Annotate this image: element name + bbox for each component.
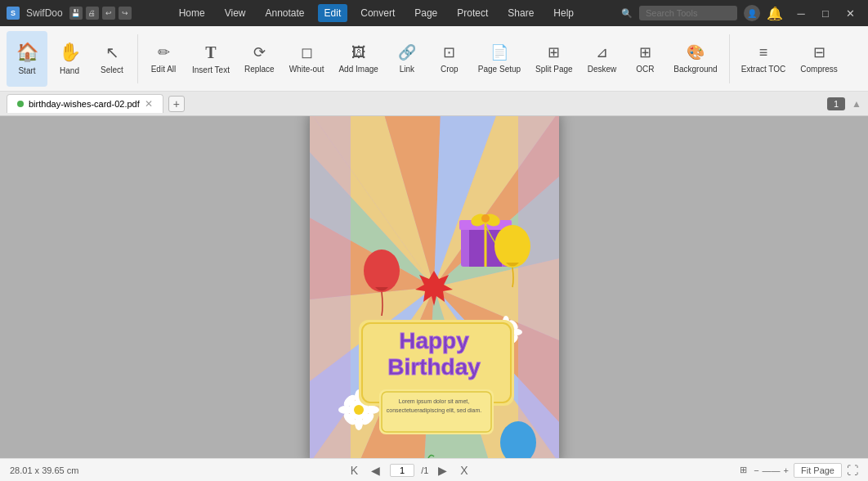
svg-point-42 [354, 405, 364, 415]
next-page-button[interactable]: ▶ [435, 464, 450, 477]
tool-split-page-label: Split Page [535, 65, 573, 74]
tool-insert-text-label: Insert Text [192, 65, 230, 74]
svg-point-29 [364, 249, 400, 292]
tool-compress[interactable]: ⊟ Compress [794, 31, 844, 87]
svg-point-27 [481, 214, 490, 223]
document-tab[interactable]: birthday-wishes-card-02.pdf ✕ [7, 94, 163, 113]
tab-status-dot [17, 101, 24, 107]
tool-deskew-label: Deskew [588, 65, 617, 74]
page-setup-icon: 📄 [490, 43, 508, 61]
background-icon: 🎨 [687, 43, 705, 61]
divider-1 [137, 34, 138, 83]
menu-edit[interactable]: Edit [318, 4, 348, 22]
add-image-icon: 🖼 [351, 44, 366, 61]
tool-link-label: Link [400, 65, 414, 74]
menu-protect[interactable]: Protect [450, 4, 494, 22]
tool-split-page[interactable]: ⊞ Split Page [529, 31, 579, 87]
last-page-button[interactable]: X [457, 464, 471, 477]
birthday-card-svg: Happy Birthday Lorem ipsum dolor sit ame… [310, 116, 559, 458]
tool-page-setup[interactable]: 📄 Page Setup [472, 31, 527, 87]
maximize-button[interactable]: □ [814, 5, 837, 21]
tab-right-controls: 1 ▲ [827, 97, 861, 110]
app-name: SwifDoo [26, 7, 63, 19]
menu-annotate[interactable]: Annotate [258, 4, 311, 22]
deskew-icon: ⊿ [596, 43, 608, 61]
tab-close-button[interactable]: ✕ [145, 98, 153, 110]
undo-icon[interactable]: ↩ [102, 7, 115, 20]
view-mode-icon[interactable]: ⊞ [740, 465, 747, 475]
redo-icon[interactable]: ↪ [119, 7, 132, 20]
menu-bar: Home View Annotate Edit Convert Page Pro… [132, 4, 621, 22]
tool-select[interactable]: ↖ Select [92, 31, 132, 87]
menu-help[interactable]: Help [547, 4, 580, 22]
tool-add-image[interactable]: 🖼 Add Image [332, 31, 384, 87]
tool-ocr[interactable]: ⊞ OCR [624, 31, 665, 87]
main-content: Happy Birthday Lorem ipsum dolor sit ame… [0, 116, 868, 458]
tool-hand-label: Hand [60, 66, 79, 75]
zoom-in-icon[interactable]: + [784, 465, 789, 475]
split-page-icon: ⊞ [548, 43, 560, 61]
tool-replace[interactable]: ⟳ Replace [238, 31, 281, 87]
menu-page[interactable]: Page [408, 4, 444, 22]
page-number-badge: 1 [827, 97, 845, 110]
prev-page-button[interactable]: ◀ [368, 464, 383, 477]
tool-crop[interactable]: ⊡ Crop [429, 31, 470, 87]
hand-icon: ✋ [59, 42, 81, 63]
compress-icon: ⊟ [813, 43, 825, 61]
svg-rect-20 [518, 116, 559, 458]
title-bar-quick-icons: 💾 🖨 ↩ ↪ [69, 7, 132, 20]
tool-page-setup-label: Page Setup [478, 65, 521, 74]
fit-page-button[interactable]: Fit Page [794, 463, 842, 478]
svg-point-46 [365, 406, 379, 414]
menu-view[interactable]: View [218, 4, 253, 22]
toolbar: 🏠 Start ✋ Hand ↖ Select ✏ Edit All T Ins… [0, 26, 868, 92]
new-tab-button[interactable]: + [168, 96, 185, 112]
menu-home[interactable]: Home [172, 4, 212, 22]
search-input[interactable] [639, 6, 737, 20]
print-icon[interactable]: 🖨 [86, 7, 99, 20]
menu-share[interactable]: Share [501, 4, 540, 22]
tool-white-out-label: White-out [289, 65, 324, 74]
white-out-icon: ◻ [301, 43, 313, 61]
tool-edit-all[interactable]: ✏ Edit All [143, 31, 184, 87]
svg-text:Happy: Happy [399, 328, 469, 353]
total-pages-label: /1 [421, 465, 428, 475]
svg-text:Birthday: Birthday [387, 354, 481, 380]
zoom-slider[interactable]: —— [763, 465, 781, 475]
svg-point-44 [355, 416, 363, 430]
user-avatar[interactable]: 👤 [744, 5, 760, 21]
tool-link[interactable]: 🔗 Link [387, 31, 427, 87]
save-icon[interactable]: 💾 [69, 7, 83, 20]
tool-deskew[interactable]: ⊿ Deskew [581, 31, 624, 87]
tool-extract-toc-label: Extract TOC [741, 65, 786, 74]
close-button[interactable]: ✕ [839, 5, 861, 21]
tool-hand[interactable]: ✋ Hand [49, 31, 90, 87]
app-logo: S [7, 7, 20, 20]
menu-convert[interactable]: Convert [354, 4, 401, 22]
tool-edit-all-label: Edit All [151, 65, 177, 74]
tool-replace-label: Replace [244, 65, 275, 74]
tool-extract-toc[interactable]: ≡ Extract TOC [735, 31, 793, 87]
svg-text:Lorem ipsum dolor sit amet,: Lorem ipsum dolor sit amet, [398, 398, 468, 405]
page-number-input[interactable] [390, 464, 414, 477]
tool-insert-text[interactable]: T Insert Text [186, 31, 236, 87]
link-icon: 🔗 [398, 43, 416, 61]
tool-background[interactable]: 🎨 Background [667, 31, 723, 87]
minimize-button[interactable]: ─ [790, 5, 812, 21]
tool-white-out[interactable]: ◻ White-out [283, 31, 331, 87]
title-bar: S SwifDoo 💾 🖨 ↩ ↪ Home View Annotate Edi… [0, 0, 868, 26]
start-icon: 🏠 [16, 42, 38, 63]
first-page-button[interactable]: K [347, 464, 361, 477]
tool-start[interactable]: 🏠 Start [7, 31, 47, 87]
tab-filename: birthday-wishes-card-02.pdf [29, 99, 140, 109]
fullscreen-icon[interactable]: ⛶ [847, 464, 858, 477]
svg-text:consectetueradipiscing elit, s: consectetueradipiscing elit, sed diam. [386, 407, 481, 414]
notification-icon[interactable]: 🔔 [767, 6, 783, 21]
tab-expand-icon[interactable]: ▲ [852, 98, 861, 110]
zoom-out-icon[interactable]: − [754, 465, 758, 475]
crop-icon: ⊡ [443, 43, 455, 61]
select-icon: ↖ [105, 43, 119, 62]
svg-point-28 [494, 225, 530, 267]
title-bar-right: 🔍 👤 🔔 ─ □ ✕ [621, 5, 861, 21]
bottom-right-controls: ⊞ − —— + Fit Page ⛶ [740, 463, 858, 478]
